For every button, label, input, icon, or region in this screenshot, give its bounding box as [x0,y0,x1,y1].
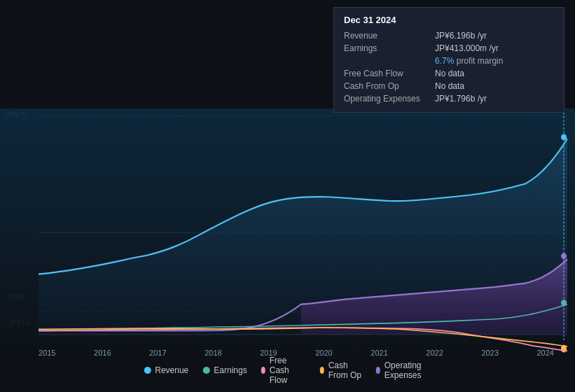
legend-operating-expenses[interactable]: Operating Expenses [376,360,431,380]
earnings-value: JP¥413.000m /yr [435,42,554,55]
revenue-dot [561,134,567,141]
free-cash-flow-value: No data [435,67,554,80]
cash-from-op-value: No data [435,80,554,92]
earnings-label: Earnings [344,42,435,55]
cash-from-op-row: Cash From Op No data [344,80,554,92]
legend-cash-from-op-label: Cash From Op [328,360,362,380]
profit-text: profit margin [457,56,504,66]
x-label-2015: 2015 [39,349,55,357]
earnings-row: Earnings JP¥413.000m /yr [344,42,554,55]
legend-earnings[interactable]: Earnings [202,365,247,375]
free-cash-flow-row: Free Cash Flow No data [344,67,554,80]
chart-svg [0,108,575,357]
cash-from-op-label: Cash From Op [344,80,435,92]
x-label-2023: 2023 [481,349,498,357]
info-panel: Dec 31 2024 Revenue JP¥6.196b /yr Earnin… [333,7,564,113]
legend-earnings-label: Earnings [214,365,247,375]
legend-cash-from-op[interactable]: Cash From Op [320,360,362,380]
x-label-2024: 2024 [536,349,553,357]
earnings-dot [561,300,567,306]
profit-margin-value: 6.7% profit margin [435,55,554,67]
legend-revenue-label: Revenue [155,365,188,375]
free-cash-flow-label: Free Cash Flow [344,67,435,80]
legend-earnings-dot [202,367,209,374]
profit-pct: 6.7% [435,56,454,66]
legend-free-cash-flow[interactable]: Free Cash Flow [261,356,306,385]
info-table: Revenue JP¥6.196b /yr Earnings JP¥413.00… [344,29,554,105]
profit-margin-label [344,55,435,67]
legend-operating-expenses-label: Operating Expenses [385,360,431,380]
legend-cash-from-op-dot [320,367,324,374]
operating-expenses-label: Operating Expenses [344,92,435,105]
chart-container [0,108,575,357]
operating-expenses-row: Operating Expenses JP¥1.796b /yr [344,92,554,105]
x-label-2016: 2016 [94,349,111,357]
op-expenses-dot [561,253,567,260]
legend: Revenue Earnings Free Cash Flow Cash Fro… [144,356,431,385]
legend-revenue-dot [144,367,151,374]
legend-operating-expenses-dot [376,367,380,374]
operating-expenses-value: JP¥1.796b /yr [435,92,554,105]
revenue-value: JP¥6.196b /yr [435,29,554,42]
revenue-row: Revenue JP¥6.196b /yr [344,29,554,42]
legend-free-cash-flow-label: Free Cash Flow [270,356,306,385]
revenue-label: Revenue [344,29,435,42]
legend-revenue[interactable]: Revenue [144,365,188,375]
legend-free-cash-flow-dot [261,367,265,374]
date-label: Dec 31 2024 [344,15,554,25]
profit-margin-row: 6.7% profit margin [344,55,554,67]
